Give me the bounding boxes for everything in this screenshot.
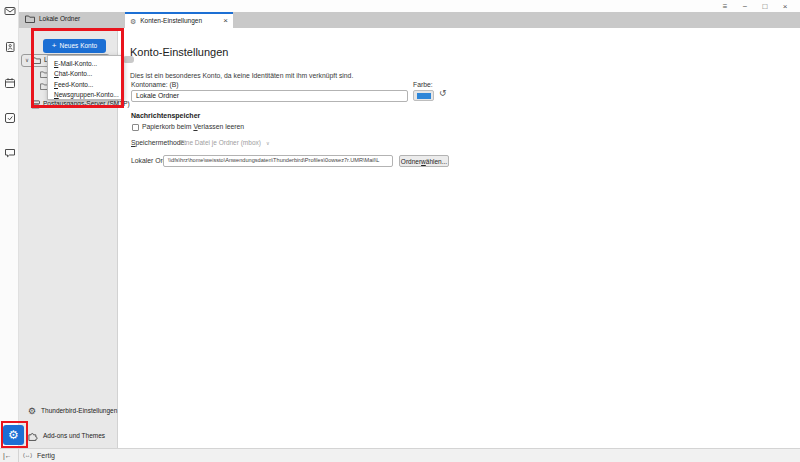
account-name-input[interactable]: Lokale Ordner bbox=[131, 90, 408, 102]
folder-pane-header[interactable]: Lokale Ordner bbox=[25, 15, 80, 23]
close-button[interactable]: × bbox=[778, 3, 792, 11]
network-status-icon[interactable]: (↔) bbox=[23, 453, 32, 459]
thunderbird-settings-item[interactable]: ⚙ Thunderbird-Einstellungen bbox=[28, 407, 117, 416]
mail-space-button[interactable] bbox=[3, 4, 16, 17]
storage-method-label: Speichermethode: bbox=[131, 140, 186, 147]
page-title: Konto-Einstellungen bbox=[130, 47, 228, 58]
chevron-down-icon: ∨ bbox=[266, 141, 270, 146]
address-book-icon bbox=[4, 41, 16, 53]
color-picker-button[interactable] bbox=[413, 90, 434, 101]
mail-icon bbox=[4, 5, 16, 17]
color-reset-icon[interactable]: ↺ bbox=[439, 89, 447, 98]
plus-icon: + bbox=[52, 42, 57, 50]
app-menu-icon[interactable]: ≡ bbox=[718, 3, 732, 11]
gear-icon: ⚙ bbox=[28, 407, 36, 416]
accounts-sidebar: + Neues Konto ∨ Lokale Ordner E-Mail-Kon… bbox=[19, 28, 118, 448]
new-account-label: Neues Konto bbox=[60, 43, 98, 50]
new-account-button[interactable]: + Neues Konto bbox=[43, 39, 106, 53]
menu-item-feed-account[interactable]: Feed-Konto... bbox=[48, 79, 122, 90]
addons-themes-item[interactable]: Add-ons und Themes bbox=[28, 431, 105, 441]
color-label: Farbe: bbox=[413, 82, 433, 89]
empty-trash-label: Papierkorb beim Verlassen leeren bbox=[142, 124, 244, 131]
account-name-label: Kontoname: (B) bbox=[131, 82, 179, 89]
collapse-toolbar-icon[interactable]: |← bbox=[3, 452, 12, 459]
account-description: Dies ist ein besonderes Konto, da keine … bbox=[130, 73, 353, 80]
smtp-server-label: Postausgangs-Server (SMTP) bbox=[43, 101, 130, 108]
minimize-button[interactable]: − bbox=[738, 3, 752, 11]
chat-icon bbox=[4, 147, 16, 159]
maximize-button[interactable]: □ bbox=[758, 3, 772, 11]
tab-title: Konten-Einstellungen bbox=[140, 18, 202, 25]
window-controls: ≡ − □ × bbox=[718, 2, 792, 12]
new-account-menu: E-Mail-Konto... Chat-Konto... Feed-Konto… bbox=[47, 55, 123, 100]
chat-space-button[interactable] bbox=[3, 146, 16, 159]
settings-space-button[interactable]: ⚙ bbox=[3, 425, 24, 445]
status-bar: |← (↔) Fertig bbox=[0, 448, 800, 462]
message-storage-heading: Nachrichtenspeicher bbox=[131, 112, 200, 119]
button-text: ählen... bbox=[426, 158, 447, 165]
puzzle-icon bbox=[28, 431, 38, 441]
button-text: Ordner bbox=[401, 158, 421, 165]
chevron-down-icon[interactable]: ∨ bbox=[25, 58, 29, 64]
menu-item-label: -Mail-Konto... bbox=[58, 60, 97, 67]
tab-bar: Lokale Ordner ⚙ Konten-Einstellungen × bbox=[19, 12, 800, 28]
addons-themes-label: Add-ons und Themes bbox=[43, 433, 105, 440]
label-text: Papierkorb beim bbox=[142, 123, 193, 130]
menu-item-chat-account[interactable]: Chat-Konto... bbox=[48, 69, 122, 80]
titlebar: ≡ − □ × bbox=[0, 0, 800, 12]
label-text: erlassen leeren bbox=[198, 123, 244, 130]
empty-trash-checkbox[interactable] bbox=[132, 124, 139, 131]
account-name-value: Lokale Ordner bbox=[136, 93, 179, 100]
menu-item-label: eed-Konto... bbox=[58, 81, 93, 88]
spaces-toolbar: ⚙ bbox=[0, 0, 19, 448]
menu-item-label: hat-Konto... bbox=[59, 70, 93, 77]
thunderbird-settings-label: Thunderbird-Einstellungen bbox=[41, 408, 117, 415]
local-directory-input[interactable]: \\dfs\hrz\home\weissto\Anwendungsdaten\T… bbox=[163, 155, 393, 167]
menu-item-newsgroup-account[interactable]: Newsgruppen-Konto... bbox=[48, 90, 122, 101]
tasks-icon bbox=[4, 112, 16, 124]
choose-folder-button[interactable]: Ordner wählen... bbox=[399, 155, 449, 167]
local-directory-value: \\dfs\hrz\home\weissto\Anwendungsdaten\T… bbox=[168, 158, 379, 164]
gear-icon: ⚙ bbox=[8, 428, 19, 442]
smtp-server-icon bbox=[31, 100, 40, 109]
smtp-server-row[interactable]: Postausgangs-Server (SMTP) bbox=[31, 100, 130, 109]
thunderbird-window: ≡ − □ × Lokale Ordner ⚙ Konten-Einstellu… bbox=[0, 0, 800, 462]
menu-item-label: ewsgruppen-Konto... bbox=[59, 91, 119, 98]
storage-method-value: Eine Datei je Ordner (mbox) bbox=[180, 140, 261, 147]
account-settings-pane: Konto-Einstellungen Dies ist ein besonde… bbox=[118, 28, 800, 448]
addressbook-space-button[interactable] bbox=[3, 40, 16, 53]
color-swatch bbox=[417, 93, 431, 99]
account-settings-tab-icon: ⚙ bbox=[130, 18, 136, 25]
calendar-space-button[interactable] bbox=[3, 76, 16, 89]
label-text: peichermethode: bbox=[136, 139, 187, 146]
folder-icon bbox=[32, 57, 41, 64]
calendar-icon bbox=[4, 77, 16, 89]
tab-close-icon[interactable]: × bbox=[223, 17, 228, 25]
status-text: Fertig bbox=[37, 452, 55, 459]
tasks-space-button[interactable] bbox=[3, 111, 16, 124]
folder-icon bbox=[25, 15, 35, 23]
tab-konten-einstellungen[interactable]: ⚙ Konten-Einstellungen × bbox=[125, 12, 233, 28]
storage-method-select[interactable]: Eine Datei je Ordner (mbox) ∨ bbox=[180, 140, 270, 147]
menu-item-email-account[interactable]: E-Mail-Konto... bbox=[48, 58, 122, 69]
folder-pane-header-label: Lokale Ordner bbox=[39, 16, 80, 23]
